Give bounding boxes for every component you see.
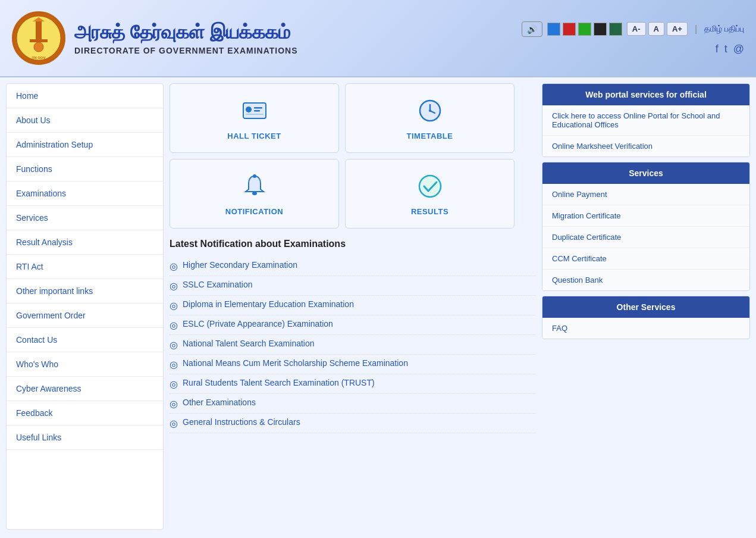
sidebar-item-home[interactable]: Home (7, 84, 163, 108)
svg-point-16 (253, 174, 256, 178)
panel-item[interactable]: Online Marksheet Verification (542, 136, 749, 157)
color-box[interactable] (609, 23, 622, 36)
quick-link-label: HALL TICKET (227, 132, 281, 140)
panel-section: ServicesOnline PaymentMigration Certific… (542, 162, 750, 291)
tamil-title: அரசுத் தேர்வுகள் இயக்ககம் (74, 21, 298, 43)
notifications-title: Latest Notification about Examinations (170, 239, 536, 249)
quick-link-label: TIMETABLE (407, 132, 453, 140)
page-header: TN GOV அரசுத் தேர்வுகள் இயக்ககம் DIRECTO… (0, 0, 756, 77)
sidebar-item-admin-setup[interactable]: Administration Setup (7, 133, 163, 157)
main-layout: HomeAbout UsAdministration SetupFunction… (0, 77, 756, 536)
checkmark-icon (415, 171, 445, 201)
panel-header: Other Services (542, 296, 749, 318)
notification-bullet: ◎ (170, 379, 178, 390)
sidebar-item-other-links[interactable]: Other important links (7, 279, 163, 304)
clock-icon (415, 96, 445, 126)
notification-text: Other Examinations (183, 398, 256, 407)
svg-point-15 (252, 192, 257, 195)
notification-item[interactable]: ◎General Instructions & Circulars (170, 414, 536, 433)
notifications-section: Latest Notification about Examinations ◎… (170, 239, 536, 433)
social-icons: f t @ (716, 43, 744, 55)
notification-text: National Talent Search Examination (183, 339, 315, 348)
svg-point-14 (429, 110, 431, 112)
right-panel: Web portal services for officialClick he… (542, 83, 750, 530)
header-controls: 🔊 A- A A+ | தமிழ் பதிப்பு (522, 21, 744, 37)
instagram-icon[interactable]: @ (733, 43, 744, 55)
font-size-controls: A- A A+ (627, 22, 688, 36)
notification-item[interactable]: ◎Rural Students Talent Search Examinatio… (170, 374, 536, 394)
sidebar-item-functions[interactable]: Functions (7, 157, 163, 182)
sidebar-item-services[interactable]: Services (7, 206, 163, 230)
notification-text: ESLC (Private Appearance) Examination (183, 319, 333, 329)
sidebar-item-feedback[interactable]: Feedback (7, 401, 163, 426)
notification-item[interactable]: ◎National Talent Search Examination (170, 335, 536, 355)
panel-item[interactable]: Click here to access Online Portal for S… (542, 105, 749, 136)
notification-bullet: ◎ (170, 359, 178, 370)
sidebar-item-whos-who[interactable]: Who's Who (7, 352, 163, 377)
notification-item[interactable]: ◎ESLC (Private Appearance) Examination (170, 315, 536, 335)
header-left: TN GOV அரசுத் தேர்வுகள் இயக்ககம் DIRECTO… (12, 11, 298, 65)
logo[interactable]: TN GOV (12, 11, 65, 65)
notification-text: Higher Secondary Examination (183, 260, 297, 270)
notification-bullet: ◎ (170, 280, 178, 292)
quick-link-results[interactable]: RESULTS (345, 159, 515, 229)
svg-rect-8 (254, 107, 262, 109)
svg-point-4 (34, 42, 43, 52)
notification-item[interactable]: ◎National Means Cum Merit Scholarship Sc… (170, 355, 536, 374)
notification-item[interactable]: ◎Higher Secondary Examination (170, 257, 536, 276)
color-box[interactable] (547, 23, 560, 36)
sidebar-item-contact-us[interactable]: Contact Us (7, 328, 163, 352)
svg-rect-7 (246, 107, 252, 112)
svg-rect-1 (36, 21, 42, 39)
notification-bullet: ◎ (170, 418, 178, 429)
notification-text: Diploma in Elementary Education Examinat… (183, 299, 354, 309)
notification-text: Rural Students Talent Search Examination… (183, 378, 375, 387)
notification-text: SSLC Examination (183, 280, 253, 289)
panel-section: Web portal services for officialClick he… (542, 83, 750, 157)
tamil-print-link[interactable]: தமிழ் பதிப்பு (704, 24, 744, 34)
notification-bullet: ◎ (170, 398, 178, 409)
svg-point-17 (419, 176, 441, 197)
font-small-button[interactable]: A- (627, 22, 646, 36)
id-card-icon (240, 96, 269, 126)
sidebar-item-rti-act[interactable]: RTI Act (7, 255, 163, 279)
sidebar-item-about-us[interactable]: About Us (7, 108, 163, 133)
quick-link-label: RESULTS (411, 207, 448, 216)
header-title: அரசுத் தேர்வுகள் இயக்ககம் DIRECTORATE OF… (74, 21, 298, 55)
panel-item[interactable]: CCM Certificate (542, 248, 749, 270)
panel-item[interactable]: Question Bank (542, 270, 749, 290)
notification-item[interactable]: ◎SSLC Examination (170, 276, 536, 296)
color-box[interactable] (594, 23, 607, 36)
svg-text:TN GOV: TN GOV (32, 56, 45, 60)
quick-links-grid: HALL TICKET TIMETABLE NOTIFICATION RESUL… (170, 83, 515, 229)
twitter-icon[interactable]: t (724, 43, 727, 55)
font-large-button[interactable]: A+ (667, 22, 688, 36)
panel-item[interactable]: FAQ (542, 318, 749, 339)
sidebar-item-cyber-awareness[interactable]: Cyber Awareness (7, 377, 163, 401)
svg-rect-10 (246, 114, 263, 115)
notification-bullet: ◎ (170, 261, 178, 272)
color-selector (547, 23, 622, 36)
facebook-icon[interactable]: f (716, 43, 719, 55)
panel-item[interactable]: Online Payment (542, 184, 749, 205)
sidebar-item-result-analysis[interactable]: Result Analysis (7, 230, 163, 255)
panel-item[interactable]: Duplicate Certificate (542, 227, 749, 248)
sidebar-item-examinations[interactable]: Examinations (7, 182, 163, 206)
quick-link-hall-ticket[interactable]: HALL TICKET (170, 83, 339, 153)
sidebar-item-useful-links[interactable]: Useful Links (7, 426, 163, 450)
color-box[interactable] (563, 23, 576, 36)
svg-rect-9 (254, 110, 260, 112)
notification-list: ◎Higher Secondary Examination◎SSLC Exami… (170, 257, 536, 433)
notification-item[interactable]: ◎Diploma in Elementary Education Examina… (170, 296, 536, 315)
panel-item[interactable]: Migration Certificate (542, 205, 749, 227)
header-right: 🔊 A- A A+ | தமிழ் பதிப்பு f t @ (522, 21, 744, 55)
quick-link-timetable[interactable]: TIMETABLE (345, 83, 515, 153)
notification-item[interactable]: ◎Other Examinations (170, 394, 536, 414)
sidebar: HomeAbout UsAdministration SetupFunction… (6, 83, 164, 530)
color-box[interactable] (578, 23, 591, 36)
audio-button[interactable]: 🔊 (522, 21, 542, 37)
panel-header: Web portal services for official (542, 84, 749, 105)
quick-link-notification[interactable]: NOTIFICATION (170, 159, 339, 229)
font-medium-button[interactable]: A (648, 22, 664, 36)
sidebar-item-govt-order[interactable]: Government Order (7, 304, 163, 328)
